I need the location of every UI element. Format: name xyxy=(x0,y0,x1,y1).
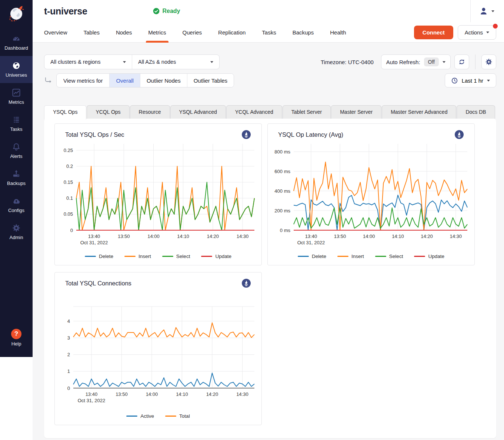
chevron-down-icon xyxy=(210,61,213,63)
azs-nodes-select[interactable]: All AZs & nodes xyxy=(132,55,219,69)
chart-plot-area: 800 ms600 ms400 ms200 ms0 ms13:40Oct 31,… xyxy=(268,139,474,252)
legend-item-select[interactable]: Select xyxy=(375,254,403,259)
legend-label: Insert xyxy=(351,254,364,259)
chevron-down-icon xyxy=(487,80,490,82)
metric-tab-strip: YSQL Ops YCQL Ops Resource YSQL Advanced… xyxy=(44,105,496,119)
sidebar-item-configs[interactable]: Configs xyxy=(0,191,33,218)
svg-text:0.15: 0.15 xyxy=(64,179,73,185)
prometheus-icon[interactable] xyxy=(454,130,464,139)
metric-tab-ysql-ops[interactable]: YSQL Ops xyxy=(44,105,86,119)
sidebar-item-label: Backups xyxy=(7,181,26,186)
view-tab-outlier-nodes[interactable]: Outlier Nodes xyxy=(140,74,187,87)
tab-backups[interactable]: Backups xyxy=(293,22,314,43)
tab-overview[interactable]: Overview xyxy=(44,22,67,43)
tab-tables[interactable]: Tables xyxy=(84,22,100,43)
filter-row-right: Timezone: UTC-0400 Auto Refresh: Off xyxy=(321,54,496,69)
metric-tab-resource[interactable]: Resource xyxy=(130,105,170,119)
view-tab-outlier-tables[interactable]: Outlier Tables xyxy=(187,74,234,87)
legend-item-insert[interactable]: Insert xyxy=(124,254,151,259)
legend-item-update[interactable]: Update xyxy=(201,254,231,259)
sidebar-item-label: Universes xyxy=(6,72,27,78)
legend-item-active[interactable]: Active xyxy=(126,413,154,419)
tab-queries[interactable]: Queries xyxy=(183,22,202,43)
dashboard-gauge-icon xyxy=(11,34,21,43)
sidebar-item-dashboard[interactable]: Dashboard xyxy=(0,29,33,56)
auto-refresh-value[interactable]: Off xyxy=(424,57,439,66)
refresh-icon xyxy=(458,58,466,66)
legend-swatch xyxy=(165,416,176,417)
tab-tasks[interactable]: Tasks xyxy=(262,22,276,43)
time-range-button[interactable]: Last 1 hr xyxy=(445,73,496,87)
sidebar-item-alerts[interactable]: Alerts xyxy=(0,137,33,164)
metric-tab-tablet-server[interactable]: Tablet Server xyxy=(283,105,331,119)
svg-text:0.2: 0.2 xyxy=(66,163,73,169)
sidebar-item-universes[interactable]: Universes xyxy=(0,56,33,83)
svg-text:14:10: 14:10 xyxy=(176,391,188,397)
legend-label: Active xyxy=(140,413,154,419)
svg-text:400 ms: 400 ms xyxy=(274,188,290,194)
prometheus-icon[interactable] xyxy=(241,278,251,288)
sidebar-item-metrics[interactable]: Metrics xyxy=(0,83,33,110)
user-icon xyxy=(479,6,488,16)
svg-text:0: 0 xyxy=(67,386,70,391)
legend-item-delete[interactable]: Delete xyxy=(298,254,326,259)
sidebar-item-label: Configs xyxy=(8,208,24,213)
main-area: t-universe Ready Overview Tables Nodes M… xyxy=(33,0,504,440)
actions-button[interactable]: Actions xyxy=(458,25,496,40)
metric-tab-master-server[interactable]: Master Server xyxy=(331,105,381,119)
chart-plot-area: 4321013:40Oct 31, 202213:5014:0014:1014:… xyxy=(55,288,261,412)
metric-tab-docs-db[interactable]: Docs DB xyxy=(457,105,495,119)
tab-nodes[interactable]: Nodes xyxy=(116,22,132,43)
legend-swatch xyxy=(414,256,425,257)
legend-item-insert[interactable]: Insert xyxy=(337,254,364,259)
tab-replication[interactable]: Replication xyxy=(218,22,246,43)
sidebar-item-admin[interactable]: Admin xyxy=(0,218,33,245)
legend-label: Delete xyxy=(99,254,113,259)
refresh-button[interactable] xyxy=(454,54,469,69)
legend-swatch xyxy=(124,256,136,257)
view-tab-overall[interactable]: Overall xyxy=(109,74,140,87)
metric-tab-master-server-advanced[interactable]: Master Server Advanced xyxy=(382,105,456,119)
tab-metrics[interactable]: Metrics xyxy=(148,22,166,43)
gear-icon xyxy=(11,223,21,233)
chevron-down-icon[interactable] xyxy=(443,61,445,63)
settings-button[interactable] xyxy=(481,54,496,69)
upload-tray-icon xyxy=(11,169,21,179)
sidebar-item-backups[interactable]: Backups xyxy=(0,164,33,191)
sidebar-item-label: Alerts xyxy=(10,153,22,159)
legend-item-total[interactable]: Total xyxy=(165,413,190,419)
metric-tab-ycql-advanced[interactable]: YCQL Advanced xyxy=(226,105,282,119)
legend-item-update[interactable]: Update xyxy=(414,254,444,259)
sidebar-item-tasks[interactable]: Tasks xyxy=(0,110,33,137)
x-axis-date-label: Oct 31, 2022 xyxy=(80,240,108,245)
view-metrics-row: View metrics for Overall Outlier Nodes O… xyxy=(44,73,496,87)
app-logo[interactable] xyxy=(0,0,33,29)
universe-title: t-universe xyxy=(44,6,87,17)
svg-text:14:10: 14:10 xyxy=(177,234,189,239)
legend-swatch xyxy=(298,256,309,257)
svg-text:13:50: 13:50 xyxy=(116,391,128,397)
cloud-upload-icon xyxy=(11,196,21,206)
tab-health[interactable]: Health xyxy=(330,22,346,43)
azs-nodes-value: All AZs & nodes xyxy=(138,59,176,65)
svg-text:800 ms: 800 ms xyxy=(274,149,290,155)
svg-text:1: 1 xyxy=(67,368,70,374)
auto-refresh-label: Auto Refresh: xyxy=(386,59,420,65)
metrics-panel: Total YSQL Ops / Sec 0.250.20.150.10.050… xyxy=(44,119,496,438)
legend-item-delete[interactable]: Delete xyxy=(85,254,113,259)
prometheus-icon[interactable] xyxy=(241,130,251,139)
user-menu[interactable] xyxy=(470,0,504,22)
svg-text:0.25: 0.25 xyxy=(64,148,73,153)
legend-item-select[interactable]: Select xyxy=(162,254,190,259)
chart-title: Total YSQL Connections xyxy=(65,280,131,287)
clusters-regions-select[interactable]: All clusters & regions xyxy=(44,55,132,69)
connect-button[interactable]: Connect xyxy=(414,26,453,39)
legend-label: Insert xyxy=(138,254,151,259)
series-line-insert xyxy=(294,162,467,230)
sidebar-item-help[interactable]: ? Help xyxy=(0,324,33,352)
metric-tab-ysql-advanced[interactable]: YSQL Advanced xyxy=(170,105,226,119)
globe-icon xyxy=(11,61,21,70)
svg-text:0.1: 0.1 xyxy=(66,195,73,201)
metric-tab-ycql-ops[interactable]: YCQL Ops xyxy=(87,105,129,119)
view-metrics-label: View metrics for xyxy=(57,74,109,87)
